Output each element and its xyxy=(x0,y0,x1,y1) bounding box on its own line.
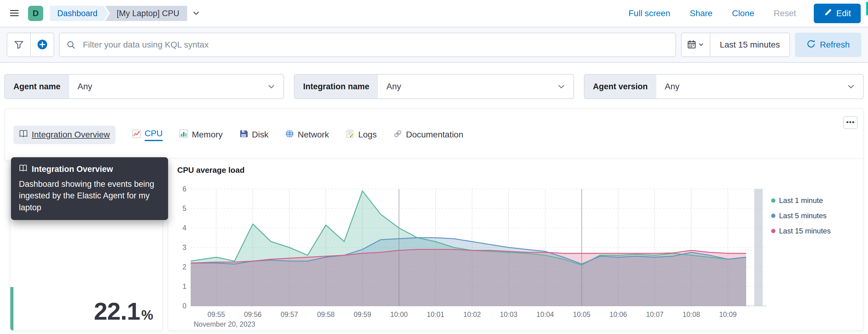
chevron-down-icon xyxy=(557,75,574,98)
book-icon xyxy=(19,164,27,175)
svg-text:10:08: 10:08 xyxy=(683,310,700,318)
svg-text:09:58: 09:58 xyxy=(317,310,335,318)
boxes-horizontal-icon xyxy=(846,118,855,128)
share-button[interactable]: Share xyxy=(688,8,714,19)
agent-name-control[interactable]: Agent name Any xyxy=(4,74,284,99)
hamburger-icon xyxy=(9,8,20,19)
agent-version-value: Any xyxy=(656,75,847,98)
integration-name-value: Any xyxy=(378,75,557,98)
refresh-icon xyxy=(806,39,816,51)
legend-item-last-15-minutes[interactable]: Last 15 minutes xyxy=(771,227,850,235)
cpu-load-area-chart[interactable]: 09:5509:5609:5709:5809:5910:0010:0110:02… xyxy=(174,184,771,328)
refresh-button[interactable]: Refresh xyxy=(795,33,861,57)
svg-text:10:07: 10:07 xyxy=(646,310,664,318)
svg-text:10:04: 10:04 xyxy=(536,310,554,318)
header-actions: Full screen Share Clone Reset Edit xyxy=(627,4,861,23)
svg-text:10:02: 10:02 xyxy=(463,310,481,318)
tab-disk[interactable]: Disk xyxy=(239,129,268,141)
filter-button-group xyxy=(7,33,54,57)
tab-label: Disk xyxy=(252,130,268,140)
svg-text:10:06: 10:06 xyxy=(610,310,627,318)
tab-label: Memory xyxy=(192,130,223,140)
add-filter-button[interactable] xyxy=(7,33,30,56)
legend-dot xyxy=(771,199,775,203)
legend-label: Last 15 minutes xyxy=(779,227,831,235)
tab-label: CPU xyxy=(145,129,163,141)
integration-name-label: Integration name xyxy=(294,75,378,98)
breadcrumb-dashboard[interactable]: Dashboard xyxy=(50,6,108,21)
kql-search-input[interactable] xyxy=(59,33,676,57)
dashboard-controls-row: Agent name Any Integration name Any Agen… xyxy=(0,63,868,109)
legend-item-last-5-minutes[interactable]: Last 5 minutes xyxy=(771,212,850,220)
space-avatar[interactable]: D xyxy=(28,6,43,21)
date-picker-group: Last 15 minutes xyxy=(681,33,790,57)
svg-text:10:01: 10:01 xyxy=(427,310,444,318)
calendar-icon xyxy=(687,40,696,50)
edit-button[interactable]: Edit xyxy=(814,4,861,23)
plus-in-circle-icon xyxy=(37,39,48,51)
tab-memory[interactable]: Memory xyxy=(179,129,223,141)
svg-text:10:05: 10:05 xyxy=(573,310,591,318)
tab-label: Network xyxy=(298,130,329,140)
svg-text:November 20, 2023: November 20, 2023 xyxy=(194,320,255,328)
link-icon xyxy=(393,129,402,141)
svg-text:3: 3 xyxy=(182,243,186,251)
svg-text:1: 1 xyxy=(182,282,186,291)
legend-label: Last 5 minutes xyxy=(779,212,827,220)
svg-text:09:56: 09:56 xyxy=(244,310,261,318)
filter-funnel-icon xyxy=(14,40,24,50)
time-range-value[interactable]: Last 15 minutes xyxy=(710,33,789,56)
menu-button[interactable] xyxy=(7,6,21,21)
chevron-down-icon xyxy=(267,75,283,98)
tab-network[interactable]: Network xyxy=(285,129,329,141)
chevron-down-icon xyxy=(192,9,200,18)
date-quick-select-button[interactable] xyxy=(682,33,710,56)
globe-icon xyxy=(285,129,294,141)
legend-item-last-1-minute[interactable]: Last 1 minute xyxy=(771,196,850,205)
legend-dot xyxy=(771,214,775,218)
reset-button[interactable]: Reset xyxy=(772,8,798,19)
tab-logs[interactable]: Logs xyxy=(345,129,377,141)
metric-accent-bar xyxy=(10,287,13,330)
tab-cpu[interactable]: CPU xyxy=(132,129,163,141)
agent-name-label: Agent name xyxy=(5,75,69,98)
query-toolbar: Last 15 minutes Refresh xyxy=(0,27,868,63)
clone-button[interactable]: Clone xyxy=(730,8,756,19)
add-control-button[interactable] xyxy=(31,33,54,56)
chevron-down-icon xyxy=(698,41,704,49)
legend-dot xyxy=(771,229,775,233)
agent-version-label: Agent version xyxy=(585,75,656,98)
metric-value: 22.1 % xyxy=(94,297,153,326)
kibana-dashboard-app: D Dashboard [My Laptop] CPU Full screen … xyxy=(0,0,868,334)
line-chart-icon xyxy=(132,129,141,141)
tab-label: Integration Overview xyxy=(32,130,110,140)
svg-text:4: 4 xyxy=(182,224,186,232)
tooltip-title: Integration Overview xyxy=(32,164,113,174)
bar-chart-icon xyxy=(179,129,188,141)
tab-hover-tooltip: Integration Overview Dashboard showing t… xyxy=(11,157,168,220)
panel-options-button[interactable] xyxy=(843,116,858,129)
tab-documentation[interactable]: Documentation xyxy=(393,129,463,141)
legend-label: Last 1 minute xyxy=(779,196,823,205)
breadcrumb-current-dashboard[interactable]: [My Laptop] CPU xyxy=(105,6,187,21)
refresh-button-label: Refresh xyxy=(820,40,850,50)
chart-legend: Last 1 minute Last 5 minutes Last 15 min… xyxy=(771,184,850,328)
svg-text:10:00: 10:00 xyxy=(390,310,408,318)
memo-icon xyxy=(345,129,354,141)
cpu-average-load-panel: CPU average load 09:5509:5609:5709:5809:… xyxy=(168,158,863,331)
breadcrumb-menu-button[interactable] xyxy=(190,7,202,20)
tab-label: Documentation xyxy=(406,130,463,140)
integration-name-control[interactable]: Integration name Any xyxy=(294,74,574,99)
chart-title: CPU average load xyxy=(177,165,857,175)
kql-search xyxy=(59,33,676,57)
floppy-disk-icon xyxy=(239,129,248,141)
chevron-down-icon xyxy=(847,75,863,98)
agent-version-control[interactable]: Agent version Any xyxy=(584,74,864,99)
edit-button-label: Edit xyxy=(836,8,851,18)
breadcrumb: Dashboard [My Laptop] CPU xyxy=(50,6,202,21)
tab-integration-overview[interactable]: Integration Overview xyxy=(13,126,116,144)
book-icon xyxy=(19,129,28,141)
svg-text:0: 0 xyxy=(182,302,186,310)
chart-body: 09:5509:5609:5709:5809:5910:0010:0110:02… xyxy=(174,184,857,328)
full-screen-button[interactable]: Full screen xyxy=(627,8,672,19)
